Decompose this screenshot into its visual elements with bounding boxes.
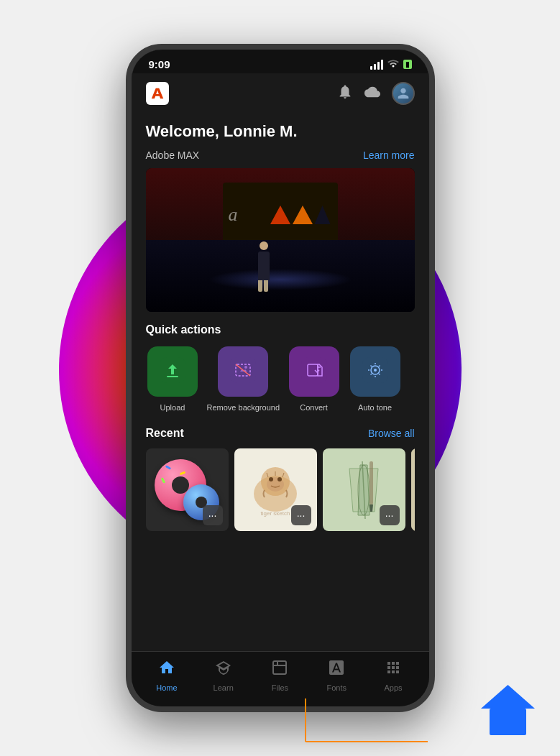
battery-icon: ▮ [403, 60, 412, 69]
home-nav-icon [158, 659, 175, 681]
person-leg-right [264, 280, 268, 292]
avatar[interactable] [392, 82, 415, 105]
upload-label: Upload [160, 402, 185, 412]
quick-action-convert[interactable]: Convert [287, 346, 341, 412]
partial-image [411, 448, 415, 531]
nav-item-learn[interactable]: Learn [206, 659, 242, 692]
svg-rect-35 [273, 661, 286, 674]
svg-point-11 [374, 369, 377, 372]
quick-actions-title: Quick actions [146, 323, 415, 336]
tiger-more-button[interactable]: ··· [291, 505, 311, 525]
adobe-max-banner[interactable]: a [146, 168, 415, 312]
scroll-area: Welcome, Lonnie M. Adobe MAX Learn more … [132, 111, 429, 651]
fonts-nav-icon [328, 659, 345, 681]
remove-bg-icon-box [218, 346, 268, 397]
person-figure [258, 241, 270, 292]
apps-nav-icon [385, 659, 402, 681]
house-icon-decoration [477, 681, 538, 742]
recent-item-abstract[interactable]: ··· [323, 448, 405, 531]
recent-header: Recent Browse all [146, 427, 415, 440]
svg-point-26 [269, 477, 273, 481]
svg-rect-39 [490, 709, 526, 735]
status-time: 9:09 [149, 58, 170, 70]
max-triangles [270, 206, 331, 224]
quick-action-auto-tone[interactable]: Auto tone [348, 346, 402, 412]
convert-label: Convert [300, 402, 328, 412]
app-content: Welcome, Lonnie M. Adobe MAX Learn more … [132, 73, 429, 706]
tri-m [270, 206, 290, 224]
convert-icon [301, 357, 327, 386]
wifi-icon [387, 59, 399, 70]
auto-tone-icon [362, 357, 388, 386]
donut-more-button[interactable]: ··· [203, 505, 223, 525]
recent-grid: ··· [146, 448, 415, 531]
upload-icon-box [147, 346, 198, 397]
adobe-max-section: Adobe MAX Learn more a [132, 149, 429, 312]
svg-line-19 [370, 374, 372, 375]
adobe-logo[interactable] [146, 82, 169, 105]
cloud-icon[interactable] [364, 84, 380, 103]
adobe-max-header: Adobe MAX Learn more [146, 149, 415, 161]
recent-item-donut[interactable]: ··· [146, 448, 229, 531]
convert-icon-box [289, 346, 339, 397]
svg-text:tiger sketch: tiger sketch [261, 510, 290, 517]
person-legs [258, 280, 270, 292]
abstract-more-button[interactable]: ··· [380, 505, 400, 525]
person-leg-left [258, 280, 262, 292]
svg-rect-32 [369, 461, 373, 504]
learn-nav-icon [215, 659, 232, 681]
recent-item-partial[interactable] [411, 448, 415, 531]
home-nav-label: Home [156, 683, 177, 692]
svg-line-17 [379, 374, 380, 375]
auto-tone-label: Auto tone [358, 402, 392, 412]
recent-section: Recent Browse all [132, 412, 429, 531]
browse-all-link[interactable]: Browse all [368, 428, 415, 439]
svg-rect-2 [167, 376, 178, 377]
stage-glow [208, 269, 352, 290]
svg-point-5 [244, 366, 247, 369]
recent-item-tiger[interactable]: tiger sketch ··· [234, 448, 317, 531]
top-bar [132, 73, 429, 111]
quick-actions-grid: Upload [146, 346, 415, 412]
remove-background-icon [230, 357, 256, 386]
status-icons: ▮ [370, 59, 412, 70]
person-torso [258, 252, 270, 280]
svg-rect-7 [301, 357, 327, 383]
svg-rect-33 [411, 454, 415, 526]
quick-action-upload[interactable]: Upload [146, 346, 200, 412]
stage-screen: a [223, 183, 338, 247]
max-banner-inner: a [146, 168, 415, 312]
auto-tone-icon-box [350, 346, 400, 397]
svg-marker-38 [481, 685, 535, 709]
files-nav-icon [271, 659, 288, 681]
adobe-a-logo: a [229, 204, 238, 226]
quick-action-remove-bg[interactable]: Remove background [207, 346, 280, 412]
signal-icon [370, 60, 383, 70]
learn-more-link[interactable]: Learn more [363, 149, 415, 161]
tri-x [315, 206, 331, 224]
upload-icon [160, 357, 185, 386]
recent-title: Recent [146, 427, 184, 440]
svg-line-16 [370, 366, 372, 367]
person-head [260, 241, 268, 250]
remove-bg-label: Remove background [207, 402, 280, 412]
learn-nav-label: Learn [214, 683, 234, 692]
phone-frame: 9:09 ▮ [126, 44, 435, 712]
svg-point-27 [277, 477, 282, 481]
tri-a [293, 206, 313, 224]
nav-item-home[interactable]: Home [149, 659, 185, 692]
welcome-heading: Welcome, Lonnie M. [146, 122, 415, 141]
bell-icon[interactable] [337, 84, 353, 103]
annotation-lines [248, 684, 464, 756]
house-svg [477, 681, 538, 739]
status-bar: 9:09 ▮ [132, 50, 429, 73]
quick-actions-section: Quick actions [132, 312, 429, 412]
welcome-section: Welcome, Lonnie M. [132, 111, 429, 149]
adobe-max-title: Adobe MAX [146, 149, 200, 161]
top-bar-right [337, 82, 415, 105]
partial-svg [411, 454, 415, 526]
svg-line-18 [379, 366, 380, 367]
